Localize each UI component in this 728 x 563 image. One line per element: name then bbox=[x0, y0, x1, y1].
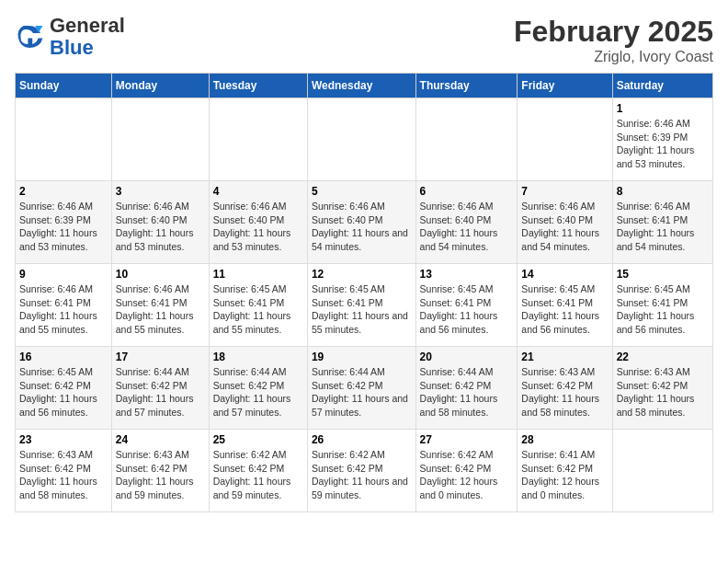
calendar-cell: 1Sunrise: 6:46 AM Sunset: 6:39 PM Daylig… bbox=[612, 98, 712, 181]
day-number: 28 bbox=[521, 433, 608, 446]
calendar-cell: 6Sunrise: 6:46 AM Sunset: 6:40 PM Daylig… bbox=[415, 181, 518, 264]
day-number: 21 bbox=[521, 350, 608, 363]
day-number: 7 bbox=[521, 185, 608, 198]
day-number: 20 bbox=[420, 350, 514, 363]
day-number: 24 bbox=[116, 433, 205, 446]
calendar-cell: 21Sunrise: 6:43 AM Sunset: 6:42 PM Dayli… bbox=[518, 347, 612, 430]
day-detail: Sunrise: 6:46 AM Sunset: 6:40 PM Dayligh… bbox=[213, 200, 303, 254]
calendar-cell: 9Sunrise: 6:46 AM Sunset: 6:41 PM Daylig… bbox=[16, 264, 112, 347]
calendar-header-row: SundayMondayTuesdayWednesdayThursdayFrid… bbox=[16, 74, 713, 98]
calendar-cell: 19Sunrise: 6:44 AM Sunset: 6:42 PM Dayli… bbox=[307, 347, 415, 430]
calendar-cell: 5Sunrise: 6:46 AM Sunset: 6:40 PM Daylig… bbox=[307, 181, 415, 264]
day-number: 13 bbox=[420, 268, 514, 281]
calendar-cell: 12Sunrise: 6:45 AM Sunset: 6:41 PM Dayli… bbox=[307, 264, 415, 347]
day-number: 6 bbox=[420, 185, 514, 198]
header-monday: Monday bbox=[111, 74, 209, 98]
day-detail: Sunrise: 6:46 AM Sunset: 6:40 PM Dayligh… bbox=[420, 200, 514, 254]
calendar-cell bbox=[111, 98, 209, 181]
calendar-cell bbox=[415, 98, 518, 181]
calendar-cell: 14Sunrise: 6:45 AM Sunset: 6:41 PM Dayli… bbox=[518, 264, 612, 347]
day-detail: Sunrise: 6:45 AM Sunset: 6:42 PM Dayligh… bbox=[19, 365, 108, 419]
day-detail: Sunrise: 6:46 AM Sunset: 6:40 PM Dayligh… bbox=[312, 200, 412, 254]
calendar-cell: 28Sunrise: 6:41 AM Sunset: 6:42 PM Dayli… bbox=[518, 430, 612, 512]
day-number: 4 bbox=[213, 185, 303, 198]
calendar-cell bbox=[209, 98, 307, 181]
day-detail: Sunrise: 6:46 AM Sunset: 6:41 PM Dayligh… bbox=[617, 200, 709, 254]
calendar-cell: 17Sunrise: 6:44 AM Sunset: 6:42 PM Dayli… bbox=[111, 347, 209, 430]
day-number: 5 bbox=[312, 185, 412, 198]
calendar-cell: 26Sunrise: 6:42 AM Sunset: 6:42 PM Dayli… bbox=[307, 430, 415, 512]
header-sunday: Sunday bbox=[16, 74, 112, 98]
day-detail: Sunrise: 6:43 AM Sunset: 6:42 PM Dayligh… bbox=[19, 448, 108, 502]
day-detail: Sunrise: 6:45 AM Sunset: 6:41 PM Dayligh… bbox=[521, 282, 608, 337]
day-detail: Sunrise: 6:46 AM Sunset: 6:40 PM Dayligh… bbox=[116, 200, 205, 254]
calendar-cell: 2Sunrise: 6:46 AM Sunset: 6:39 PM Daylig… bbox=[16, 181, 112, 264]
calendar-week-1: 1Sunrise: 6:46 AM Sunset: 6:39 PM Daylig… bbox=[16, 98, 713, 181]
day-detail: Sunrise: 6:46 AM Sunset: 6:39 PM Dayligh… bbox=[19, 200, 108, 254]
calendar-week-2: 2Sunrise: 6:46 AM Sunset: 6:39 PM Daylig… bbox=[16, 181, 713, 264]
calendar-cell: 7Sunrise: 6:46 AM Sunset: 6:40 PM Daylig… bbox=[518, 181, 612, 264]
day-detail: Sunrise: 6:41 AM Sunset: 6:42 PM Dayligh… bbox=[521, 448, 608, 502]
calendar-cell: 24Sunrise: 6:43 AM Sunset: 6:42 PM Dayli… bbox=[111, 430, 209, 512]
calendar-cell: 22Sunrise: 6:43 AM Sunset: 6:42 PM Dayli… bbox=[612, 347, 712, 430]
day-detail: Sunrise: 6:42 AM Sunset: 6:42 PM Dayligh… bbox=[420, 448, 514, 502]
calendar-cell bbox=[16, 98, 112, 181]
calendar-week-4: 16Sunrise: 6:45 AM Sunset: 6:42 PM Dayli… bbox=[16, 347, 713, 430]
day-number: 12 bbox=[312, 268, 412, 281]
day-detail: Sunrise: 6:45 AM Sunset: 6:41 PM Dayligh… bbox=[617, 282, 709, 337]
day-detail: Sunrise: 6:44 AM Sunset: 6:42 PM Dayligh… bbox=[312, 365, 412, 419]
day-detail: Sunrise: 6:43 AM Sunset: 6:42 PM Dayligh… bbox=[116, 448, 205, 502]
calendar-cell: 27Sunrise: 6:42 AM Sunset: 6:42 PM Dayli… bbox=[415, 430, 518, 512]
calendar-cell bbox=[307, 98, 415, 181]
day-number: 11 bbox=[213, 268, 303, 281]
logo-blue: Blue bbox=[50, 36, 94, 59]
day-number: 15 bbox=[617, 268, 709, 281]
day-number: 27 bbox=[420, 433, 514, 446]
page-header: General Blue February 2025 Zriglo, Ivory… bbox=[15, 15, 713, 65]
day-number: 3 bbox=[116, 185, 205, 198]
calendar-week-5: 23Sunrise: 6:43 AM Sunset: 6:42 PM Dayli… bbox=[16, 430, 713, 512]
day-detail: Sunrise: 6:42 AM Sunset: 6:42 PM Dayligh… bbox=[312, 448, 412, 502]
header-saturday: Saturday bbox=[612, 74, 712, 98]
title-block: February 2025 Zriglo, Ivory Coast bbox=[514, 15, 713, 65]
day-number: 18 bbox=[213, 350, 303, 363]
day-number: 10 bbox=[116, 268, 205, 281]
calendar-cell: 3Sunrise: 6:46 AM Sunset: 6:40 PM Daylig… bbox=[111, 181, 209, 264]
day-detail: Sunrise: 6:43 AM Sunset: 6:42 PM Dayligh… bbox=[617, 365, 709, 419]
day-number: 22 bbox=[617, 350, 709, 363]
day-number: 25 bbox=[213, 433, 303, 446]
calendar-cell: 16Sunrise: 6:45 AM Sunset: 6:42 PM Dayli… bbox=[16, 347, 112, 430]
day-detail: Sunrise: 6:45 AM Sunset: 6:41 PM Dayligh… bbox=[213, 282, 303, 337]
calendar-cell: 10Sunrise: 6:46 AM Sunset: 6:41 PM Dayli… bbox=[111, 264, 209, 347]
calendar-cell: 18Sunrise: 6:44 AM Sunset: 6:42 PM Dayli… bbox=[209, 347, 307, 430]
day-detail: Sunrise: 6:44 AM Sunset: 6:42 PM Dayligh… bbox=[213, 365, 303, 419]
day-number: 19 bbox=[312, 350, 412, 363]
day-number: 14 bbox=[521, 268, 608, 281]
day-detail: Sunrise: 6:44 AM Sunset: 6:42 PM Dayligh… bbox=[116, 365, 205, 419]
calendar-cell: 8Sunrise: 6:46 AM Sunset: 6:41 PM Daylig… bbox=[612, 181, 712, 264]
day-number: 16 bbox=[19, 350, 108, 363]
page-title: February 2025 bbox=[514, 15, 713, 49]
day-number: 1 bbox=[617, 102, 709, 115]
calendar-week-3: 9Sunrise: 6:46 AM Sunset: 6:41 PM Daylig… bbox=[16, 264, 713, 347]
header-friday: Friday bbox=[518, 74, 612, 98]
day-detail: Sunrise: 6:46 AM Sunset: 6:41 PM Dayligh… bbox=[116, 282, 205, 337]
header-tuesday: Tuesday bbox=[209, 74, 307, 98]
calendar-cell bbox=[612, 430, 712, 512]
calendar-cell: 25Sunrise: 6:42 AM Sunset: 6:42 PM Dayli… bbox=[209, 430, 307, 512]
day-number: 9 bbox=[19, 268, 108, 281]
calendar-cell bbox=[518, 98, 612, 181]
logo-text: General Blue bbox=[50, 15, 125, 59]
day-number: 26 bbox=[312, 433, 412, 446]
logo-general: General bbox=[50, 14, 125, 37]
day-detail: Sunrise: 6:45 AM Sunset: 6:41 PM Dayligh… bbox=[420, 282, 514, 337]
day-detail: Sunrise: 6:42 AM Sunset: 6:42 PM Dayligh… bbox=[213, 448, 303, 502]
day-detail: Sunrise: 6:43 AM Sunset: 6:42 PM Dayligh… bbox=[521, 365, 608, 419]
day-detail: Sunrise: 6:46 AM Sunset: 6:40 PM Dayligh… bbox=[521, 200, 608, 254]
calendar-cell: 20Sunrise: 6:44 AM Sunset: 6:42 PM Dayli… bbox=[415, 347, 518, 430]
page-subtitle: Zriglo, Ivory Coast bbox=[514, 49, 713, 65]
day-detail: Sunrise: 6:46 AM Sunset: 6:39 PM Dayligh… bbox=[617, 117, 709, 171]
calendar-cell: 11Sunrise: 6:45 AM Sunset: 6:41 PM Dayli… bbox=[209, 264, 307, 347]
logo: General Blue bbox=[15, 15, 125, 59]
day-number: 17 bbox=[116, 350, 205, 363]
